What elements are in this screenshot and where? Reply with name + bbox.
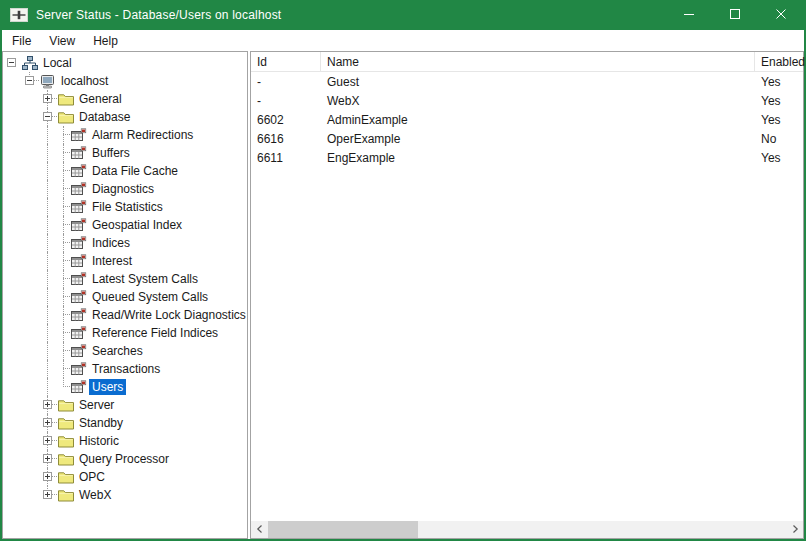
tree-item-geospatial-index[interactable]: Geospatial Index — [3, 216, 247, 234]
table-row-adminexample[interactable]: 6602AdminExampleYes — [251, 110, 803, 129]
tree-item-label[interactable]: Diagnostics — [89, 181, 157, 197]
cell-enabled: Yes — [755, 75, 803, 89]
tree-item-label[interactable]: Buffers — [89, 145, 133, 161]
tree-item-opc[interactable]: OPC — [3, 468, 247, 486]
column-header-name[interactable]: Name — [321, 52, 755, 71]
expand-expander[interactable] — [43, 454, 52, 463]
tree-item-label[interactable]: Historic — [76, 433, 122, 449]
tree-item-query-processor[interactable]: Query Processor — [3, 450, 247, 468]
tree-item-reference-field-indices[interactable]: Reference Field Indices — [3, 324, 247, 342]
tree-item-label[interactable]: Read/Write Lock Diagnostics — [89, 307, 248, 323]
tree-item-label[interactable]: Database — [76, 109, 133, 125]
scroll-left-button[interactable] — [251, 521, 268, 538]
tree-item-label[interactable]: localhost — [58, 73, 111, 89]
tree-item-label[interactable]: Alarm Redirections — [89, 127, 196, 143]
tree-item-label[interactable]: WebX — [76, 487, 114, 503]
tree-item-users[interactable]: Users — [3, 378, 247, 396]
tree-item-label[interactable]: Server — [76, 397, 117, 413]
tree-junction — [57, 252, 70, 270]
maximize-button[interactable] — [712, 0, 758, 30]
close-icon — [776, 8, 786, 22]
expand-expander[interactable] — [43, 436, 52, 445]
tree-junction — [57, 216, 70, 234]
tree-item-buffers[interactable]: Buffers — [3, 144, 247, 162]
collapse-expander[interactable] — [43, 112, 52, 121]
tree-item-label[interactable]: Interest — [89, 253, 135, 269]
folder-icon — [57, 108, 75, 126]
tree-item-label[interactable]: Users — [89, 379, 126, 395]
column-header-id[interactable]: Id — [251, 52, 321, 71]
collapse-expander[interactable] — [7, 58, 16, 67]
tree-item-server[interactable]: Server — [3, 396, 247, 414]
expand-expander[interactable] — [43, 94, 52, 103]
tree-item-label[interactable]: Indices — [89, 235, 133, 251]
table-row-webx[interactable]: -WebXYes — [251, 91, 803, 110]
tree-item-file-statistics[interactable]: File Statistics — [3, 198, 247, 216]
tree-item-label[interactable]: Searches — [89, 343, 146, 359]
tree-junction — [57, 306, 70, 324]
tree-item-general[interactable]: General — [3, 90, 247, 108]
table-row-operexample[interactable]: 6616OperExampleNo — [251, 129, 803, 148]
expand-expander[interactable] — [43, 472, 52, 481]
scrollbar-thumb[interactable] — [268, 521, 418, 538]
tree-item-queued-system-calls[interactable]: Queued System Calls — [3, 288, 247, 306]
tree-junction — [57, 234, 70, 252]
table-icon — [70, 144, 88, 162]
tree-item-database[interactable]: Database — [3, 108, 247, 126]
tree-guide — [21, 486, 39, 504]
tree-item-transactions[interactable]: Transactions — [3, 360, 247, 378]
expand-expander[interactable] — [43, 418, 52, 427]
tree-item-historic[interactable]: Historic — [3, 432, 247, 450]
tree-item-label[interactable]: File Statistics — [89, 199, 166, 215]
close-button[interactable] — [758, 0, 804, 30]
scrollbar-track[interactable] — [418, 521, 786, 538]
tree-item-diagnostics[interactable]: Diagnostics — [3, 180, 247, 198]
chevron-left-icon — [256, 523, 264, 537]
tree-guide — [3, 72, 21, 90]
table-row-guest[interactable]: -GuestYes — [251, 72, 803, 91]
minimize-button[interactable] — [666, 0, 712, 30]
tree-item-label[interactable]: Queued System Calls — [89, 289, 211, 305]
menu-view[interactable]: View — [40, 32, 84, 50]
collapse-expander[interactable] — [25, 76, 34, 85]
tree-item-label[interactable]: Reference Field Indices — [89, 325, 221, 341]
tree-item-label[interactable]: General — [76, 91, 125, 107]
tree-guide — [3, 180, 21, 198]
tree-item-label[interactable]: Geospatial Index — [89, 217, 185, 233]
tree-item-label[interactable]: Transactions — [89, 361, 163, 377]
menu-help[interactable]: Help — [84, 32, 127, 50]
table-row-engexample[interactable]: 6611EngExampleYes — [251, 148, 803, 167]
tree-item-label[interactable]: Query Processor — [76, 451, 172, 467]
expand-expander[interactable] — [43, 490, 52, 499]
tree-guide — [39, 288, 57, 306]
tree-item-searches[interactable]: Searches — [3, 342, 247, 360]
tree-item-label[interactable]: OPC — [76, 469, 108, 485]
tree-guide — [39, 324, 57, 342]
tree-guide — [3, 270, 21, 288]
tree-item-label[interactable]: Local — [40, 55, 75, 71]
tree-item-indices[interactable]: Indices — [3, 234, 247, 252]
tree-item-standby[interactable]: Standby — [3, 414, 247, 432]
content-area: LocallocalhostGeneralDatabaseAlarm Redir… — [2, 51, 804, 539]
tree-item-interest[interactable]: Interest — [3, 252, 247, 270]
tree-item-read-write-lock-diagnostics[interactable]: Read/Write Lock Diagnostics — [3, 306, 247, 324]
tree-item-latest-system-calls[interactable]: Latest System Calls — [3, 270, 247, 288]
column-header-enabled[interactable]: Enabled — [755, 52, 803, 71]
cell-id: - — [251, 75, 321, 89]
navigation-tree: LocallocalhostGeneralDatabaseAlarm Redir… — [2, 51, 248, 539]
scroll-right-button[interactable] — [786, 521, 803, 538]
menu-file[interactable]: File — [3, 32, 40, 50]
computer-icon — [39, 72, 57, 90]
expand-expander[interactable] — [43, 400, 52, 409]
tree-item-data-file-cache[interactable]: Data File Cache — [3, 162, 247, 180]
app-window: Server Status - Database/Users on localh… — [0, 0, 806, 541]
tree-item-label[interactable]: Latest System Calls — [89, 271, 201, 287]
tree-item-label[interactable]: Data File Cache — [89, 163, 181, 179]
tree-item-local[interactable]: Local — [3, 54, 247, 72]
tree-guide — [21, 144, 39, 162]
tree-item-webx[interactable]: WebX — [3, 486, 247, 504]
tree-item-label[interactable]: Standby — [76, 415, 126, 431]
tree-item-localhost[interactable]: localhost — [3, 72, 247, 90]
tree-item-alarm-redirections[interactable]: Alarm Redirections — [3, 126, 247, 144]
tree-guide — [39, 162, 57, 180]
